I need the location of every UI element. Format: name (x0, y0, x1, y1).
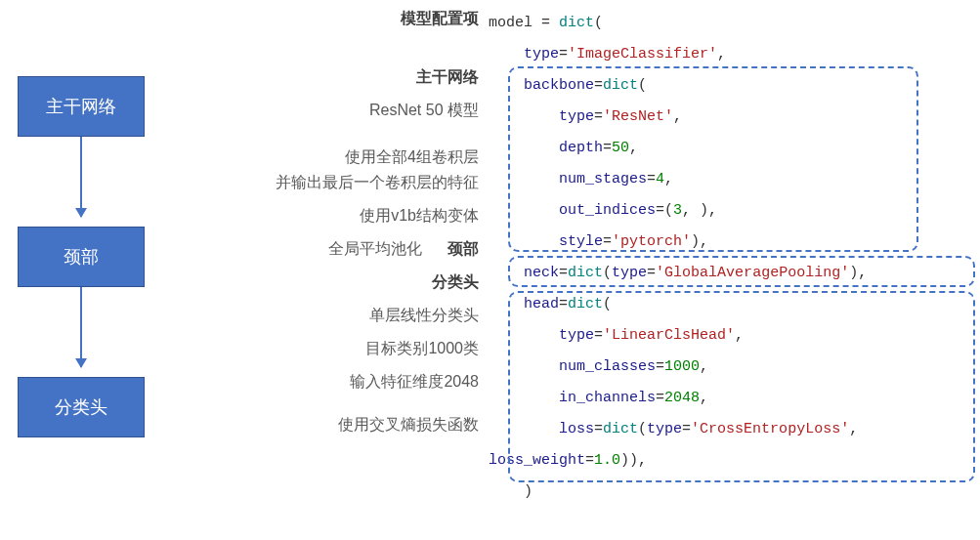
arrow-2 (80, 287, 82, 367)
ann-gap: 全局平均池化 (328, 238, 422, 260)
ann-style: 使用v1b结构变体 (151, 205, 479, 227)
flow-box-head: 分类头 (18, 377, 145, 437)
flow-box-backbone: 主干网络 (18, 76, 145, 137)
ann-linearhead: 单层线性分类头 (151, 305, 479, 326)
ann-stages: 使用全部4组卷积层 (151, 146, 479, 168)
ann-loss: 使用交叉熵损失函数 (151, 414, 479, 436)
ann-inchannels: 输入特征维度2048 (151, 371, 479, 393)
arrow-1 (80, 137, 82, 217)
ann-gap-row: 全局平均池化 颈部 (151, 238, 479, 260)
code-block: model = dict( type='ImageClassifier', ba… (489, 8, 967, 508)
ann-neck-title: 颈部 (447, 238, 479, 260)
flow-label: 分类头 (55, 395, 107, 419)
ann-numclasses: 目标类别1000类 (151, 338, 479, 359)
ann-backbone-title: 主干网络 (151, 66, 479, 88)
ann-head-title: 分类头 (151, 271, 479, 293)
flow-label: 主干网络 (46, 95, 116, 118)
ann-resnet50: ResNet 50 模型 (151, 100, 479, 121)
ann-outindices: 并输出最后一个卷积层的特征 (151, 172, 479, 193)
flow-box-neck: 颈部 (18, 227, 145, 287)
flow-label: 颈部 (64, 245, 99, 269)
ann-model-cfg: 模型配置项 (151, 8, 479, 29)
